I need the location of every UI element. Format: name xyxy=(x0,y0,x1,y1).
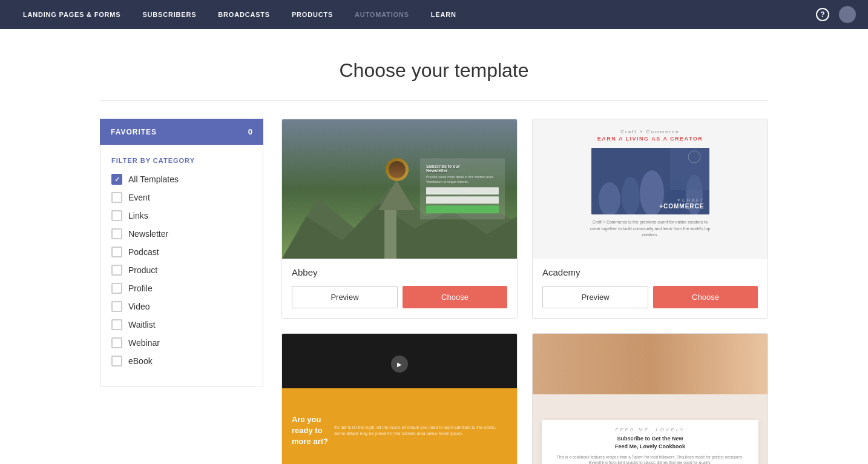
category-label-newsletter: Newsletter xyxy=(128,229,168,239)
category-label-ebook: eBook xyxy=(128,356,153,366)
category-waitlist[interactable]: Waitlist xyxy=(111,319,252,330)
svg-rect-10 xyxy=(670,148,709,190)
category-label-all-templates: All Templates xyxy=(128,174,179,184)
category-all-templates[interactable]: All Templates xyxy=(111,174,252,185)
category-label-profile: Profile xyxy=(128,283,153,293)
checkbox-video[interactable] xyxy=(111,301,122,312)
template-actions-abbey: Preview Choose xyxy=(292,286,507,308)
category-label-event: Event xyxy=(128,193,150,202)
checkbox-waitlist[interactable] xyxy=(111,319,122,330)
help-button[interactable]: ? xyxy=(816,8,829,21)
category-label-product: Product xyxy=(128,265,157,275)
template-name-abbey: Abbey xyxy=(292,267,507,277)
template-actions-academy: Preview Choose xyxy=(542,286,758,308)
filter-title: FILTER BY CATEGORY xyxy=(111,157,252,164)
category-label-links: Links xyxy=(128,211,148,220)
art-scene: ▶ Are youready tomore art? It's fair to … xyxy=(282,334,517,464)
nav-items: LANDING PAGES & FORMS SUBSCRIBERS BROADC… xyxy=(12,0,816,29)
nav-right: ? xyxy=(816,6,856,23)
checkbox-ebook[interactable] xyxy=(111,356,122,366)
template-preview-academy: Craft + Commerce EARN A LIVING AS A CREA… xyxy=(533,119,768,259)
favorites-count: 0 xyxy=(248,127,252,136)
nav-learn[interactable]: LEARN xyxy=(420,0,467,29)
checkbox-product[interactable] xyxy=(111,265,122,276)
template-card-food: FEED ME, LOVELY Subscribe to Get the New… xyxy=(532,333,768,464)
nav-automations[interactable]: AUTOMATIONS xyxy=(344,0,420,29)
template-card-abbey: Subscribe to ourNewsletter Provide some … xyxy=(281,119,518,319)
category-links[interactable]: Links xyxy=(111,210,252,221)
academy-earn-label: EARN A LIVING AS A CREATOR xyxy=(597,136,703,142)
template-preview-art: ▶ Are youready tomore art? It's fair to … xyxy=(282,334,517,464)
checkbox-profile[interactable] xyxy=(111,283,122,294)
page-title-section: Choose your template xyxy=(0,29,868,100)
template-card-academy: Craft + Commerce EARN A LIVING AS A CREA… xyxy=(532,119,768,319)
choose-button-abbey[interactable]: Choose xyxy=(403,286,507,308)
checkbox-podcast[interactable] xyxy=(111,247,122,257)
filter-section: FILTER BY CATEGORY All Templates Event L… xyxy=(100,145,263,386)
sidebar: FAVORITES 0 FILTER BY CATEGORY All Templ… xyxy=(100,119,263,464)
category-label-podcast: Podcast xyxy=(128,247,159,257)
nav-broadcasts[interactable]: BROADCASTS xyxy=(207,0,281,29)
academy-image: ✦CRAFT +COMMERCE xyxy=(591,148,709,214)
checkbox-event[interactable] xyxy=(111,192,122,203)
nav-products[interactable]: PRODUCTS xyxy=(281,0,344,29)
academy-craft-logo: ✦CRAFT +COMMERCE xyxy=(659,197,704,210)
preview-button-abbey[interactable]: Preview xyxy=(292,286,398,308)
choose-button-academy[interactable]: Choose xyxy=(653,286,758,308)
category-product[interactable]: Product xyxy=(111,265,252,276)
abbey-person-avatar xyxy=(386,158,409,181)
category-profile[interactable]: Profile xyxy=(111,283,252,294)
category-podcast[interactable]: Podcast xyxy=(111,247,252,257)
category-newsletter[interactable]: Newsletter xyxy=(111,228,252,239)
abbey-scene: Subscribe to ourNewsletter Provide some … xyxy=(282,119,517,259)
favorites-button[interactable]: FAVORITES 0 xyxy=(100,119,263,145)
user-avatar[interactable] xyxy=(839,6,856,23)
template-card-art: ▶ Are youready tomore art? It's fair to … xyxy=(281,333,518,464)
content-area: FAVORITES 0 FILTER BY CATEGORY All Templ… xyxy=(0,119,868,464)
favorites-label: FAVORITES xyxy=(111,128,157,136)
template-preview-abbey: Subscribe to ourNewsletter Provide some … xyxy=(282,119,517,259)
template-name-academy: Academy xyxy=(542,267,758,277)
category-label-webinar: Webinar xyxy=(128,338,160,348)
category-label-waitlist: Waitlist xyxy=(128,320,156,330)
templates-grid: Subscribe to ourNewsletter Provide some … xyxy=(281,119,768,464)
category-video[interactable]: Video xyxy=(111,301,252,312)
checkbox-newsletter[interactable] xyxy=(111,228,122,239)
template-info-abbey: Abbey Preview Choose xyxy=(282,259,517,318)
checkbox-all-templates[interactable] xyxy=(111,174,122,185)
main-content: Choose your template FAVORITES 0 FILTER … xyxy=(0,29,868,464)
svg-rect-2 xyxy=(384,210,396,259)
main-nav: LANDING PAGES & FORMS SUBSCRIBERS BROADC… xyxy=(0,0,868,29)
category-label-video: Video xyxy=(128,302,150,311)
nav-landing-pages[interactable]: LANDING PAGES & FORMS xyxy=(12,0,131,29)
category-event[interactable]: Event xyxy=(111,192,252,203)
academy-craft-label: Craft + Commerce xyxy=(597,129,703,134)
checkbox-webinar[interactable] xyxy=(111,337,122,348)
page-title: Choose your template xyxy=(0,59,868,82)
category-ebook[interactable]: eBook xyxy=(111,356,252,366)
preview-button-academy[interactable]: Preview xyxy=(542,286,648,308)
academy-scene: Craft + Commerce EARN A LIVING AS A CREA… xyxy=(533,119,768,259)
divider xyxy=(100,100,768,101)
academy-description: Craft + Commerce is the premiere event f… xyxy=(590,219,711,239)
nav-subscribers[interactable]: SUBSCRIBERS xyxy=(131,0,207,29)
checkbox-links[interactable] xyxy=(111,210,122,221)
svg-point-6 xyxy=(622,177,640,214)
template-preview-food: FEED ME, LOVELY Subscribe to Get the New… xyxy=(533,334,768,464)
abbey-form-box: Subscribe to ourNewsletter Provide some … xyxy=(420,158,505,219)
academy-header: Craft + Commerce EARN A LIVING AS A CREA… xyxy=(597,129,703,142)
template-info-academy: Academy Preview Choose xyxy=(533,259,768,318)
category-webinar[interactable]: Webinar xyxy=(111,337,252,348)
food-scene: FEED ME, LOVELY Subscribe to Get the New… xyxy=(533,334,768,464)
